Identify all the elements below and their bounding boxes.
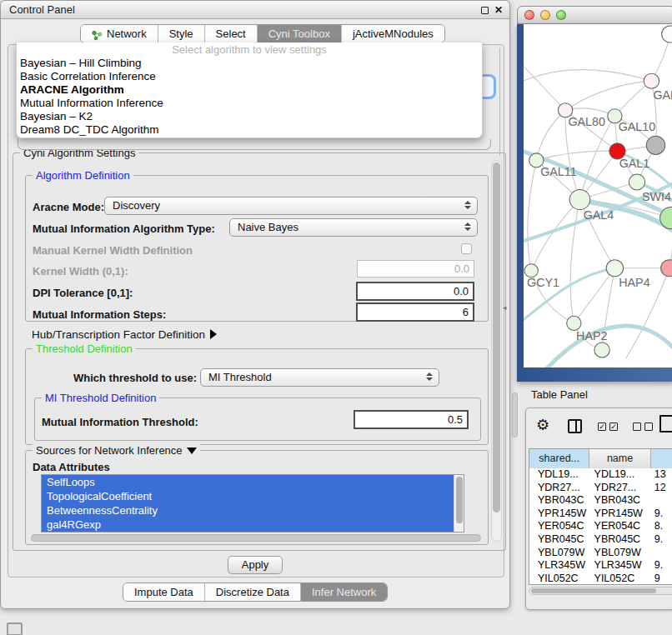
network-node[interactable] [661, 260, 672, 277]
mi-threshold-definition-title: MI Threshold Definition [42, 392, 159, 404]
splitpane-divider-handle[interactable] [512, 392, 518, 438]
algorithm-option-bayesian-hill-climbing[interactable]: Bayesian – Hill Climbing [17, 57, 482, 70]
network-canvas[interactable]: GALGAL80GAL10GAL1GAL11SWI4GAL4GCY1HAP4YH… [524, 24, 672, 368]
network-edge[interactable] [574, 268, 614, 323]
tab-impute-data[interactable]: Impute Data [123, 583, 205, 601]
table-row[interactable]: YBL079WYBL079W [529, 547, 672, 560]
mi-algorithm-type-select[interactable]: Naive Bayes [229, 218, 478, 237]
minimized-panel-icon[interactable] [7, 622, 23, 635]
table-panel-title: Table Panel [531, 388, 588, 401]
attribute-item-betweennesscentrality[interactable]: BetweennessCentrality [42, 503, 454, 518]
tab-label: Network [107, 25, 147, 42]
network-window-titlebar[interactable] [517, 6, 672, 24]
settings-scrollbar[interactable] [491, 160, 502, 542]
network-edge[interactable] [565, 81, 651, 110]
network-edge[interactable] [570, 200, 579, 323]
network-node[interactable] [606, 260, 623, 277]
tab-label: Discretize Data [216, 583, 289, 601]
tab-jactivemnodules[interactable]: jActiveMNodules [342, 25, 444, 42]
network-graph[interactable]: GALGAL80GAL10GAL1GAL11SWI4GAL4GCY1HAP4YH… [524, 24, 672, 368]
dpi-tolerance-input[interactable] [356, 282, 474, 301]
node-label-swi4: SWI4 [642, 190, 671, 203]
algorithm-option-aracne-algorithm[interactable]: ARACNE Algorithm [17, 83, 482, 97]
tab-select[interactable]: Select [205, 25, 258, 42]
mac-minimize-button[interactable] [540, 10, 550, 20]
tab-cyni-toolbox[interactable]: Cyni Toolbox [258, 25, 342, 42]
hidden-combobox-fragment [18, 139, 491, 150]
table-row[interactable]: YLR345WYLR345W9. [529, 559, 672, 572]
mi-threshold-input[interactable] [354, 410, 469, 429]
which-threshold-select[interactable]: MI Threshold [200, 368, 439, 387]
algorithm-definition-title: Algorithm Definition [33, 169, 133, 182]
apply-button[interactable]: Apply [228, 556, 283, 574]
mac-close-button[interactable] [524, 10, 534, 20]
window-title: Control Panel [1, 3, 75, 16]
algorithm-dropdown[interactable]: Select algorithm to view settings Bayesi… [16, 42, 483, 138]
page-icon[interactable] [659, 415, 672, 432]
mac-zoom-button[interactable] [556, 10, 566, 20]
network-node[interactable] [662, 26, 672, 42]
network-node[interactable] [629, 174, 644, 190]
kernel-width-input[interactable] [357, 260, 474, 278]
network-node[interactable] [567, 316, 581, 330]
table-row[interactable]: YBR043CYBR043C [529, 494, 672, 508]
attribute-item-selfloops[interactable]: SelfLoops [42, 475, 454, 489]
tab-label: Cyni Toolbox [268, 25, 330, 42]
table-cell: 9 [651, 572, 672, 585]
network-edge[interactable] [524, 62, 565, 110]
table-body: YDL19...YDL19...13YDR27...YDR27...12YBR0… [529, 468, 672, 585]
algorithm-option-dream8-dc-tdc-algorithm[interactable]: Dream8 DC_TDC Algorithm [17, 123, 482, 137]
table-row[interactable]: YDL19...YDL19...13 [529, 468, 672, 482]
split-panel-icon[interactable] [568, 419, 582, 433]
network-node[interactable] [646, 136, 664, 154]
column-header-name[interactable]: name [589, 449, 650, 468]
tab-label: Select [216, 25, 246, 42]
gear-icon[interactable]: ⚙ [536, 416, 549, 434]
tab-infer-network[interactable]: Infer Network [301, 583, 387, 601]
attribute-item-topologicalcoefficient[interactable]: TopologicalCoefficient [42, 489, 454, 503]
node-label-gal10: GAL10 [619, 120, 656, 133]
table-row[interactable]: YPR145WYPR145W9. [529, 508, 672, 521]
network-edge[interactable] [536, 110, 565, 160]
network-node[interactable] [569, 189, 590, 209]
network-edge[interactable] [524, 70, 651, 83]
mi-steps-input[interactable] [356, 302, 474, 322]
splitpane-collapse-arrow-icon[interactable]: ◂ [503, 303, 507, 312]
unchecked-boxes-icon[interactable] [633, 422, 653, 431]
close-icon[interactable]: ✕ [494, 5, 503, 15]
attribute-item-gal4rgexp[interactable]: gal4RGexp [42, 518, 454, 532]
attributes-horizontal-scrollbar[interactable] [31, 534, 481, 542]
data-attributes-list[interactable]: SelfLoopsTopologicalCoefficientBetweenne… [41, 474, 464, 532]
aracne-mode-select[interactable]: Discovery [104, 197, 478, 215]
column-header-2[interactable] [651, 449, 672, 468]
algorithm-option-basic-correlation-inference[interactable]: Basic Correlation Inference [17, 70, 482, 83]
algorithm-option-mutual-information-inference[interactable]: Mutual Information Inference [17, 97, 482, 110]
manual-kernel-width-checkbox[interactable] [461, 243, 472, 254]
algorithm-option-bayesian-k2[interactable]: Bayesian – K2 [17, 110, 482, 123]
table-cell: YPR145W [529, 508, 590, 521]
column-header-shared[interactable]: shared... [529, 449, 589, 468]
network-node[interactable] [644, 73, 659, 88]
network-node[interactable] [594, 342, 609, 358]
table-row[interactable]: YBR045CYBR045C9. [529, 533, 672, 547]
tab-discretize-data[interactable]: Discretize Data [205, 583, 301, 601]
tab-style[interactable]: Style [158, 25, 205, 42]
attributes-scrollbar[interactable] [454, 475, 464, 532]
table-horizontal-scrollbar[interactable] [529, 587, 672, 595]
control-panel-titlebar[interactable]: Control Panel ✕ [1, 1, 509, 19]
settings-scrollbar-thumb[interactable] [493, 162, 500, 512]
table-row[interactable]: YIL052CYIL052C9 [529, 572, 672, 585]
table-scrollbar-thumb[interactable] [531, 588, 656, 593]
table-row[interactable]: YER054CYER054C8. [529, 520, 672, 533]
table-row[interactable]: YDR27...YDR27...12 [529, 482, 672, 495]
checked-boxes-icon[interactable]: ✓✓ [598, 422, 618, 431]
table-cell: 8. [651, 520, 672, 533]
node-label-gcy1: GCY1 [527, 276, 559, 289]
hub-definition-toggle[interactable]: Hub/Transcription Factor Definition [32, 328, 217, 341]
attributes-scrollbar-thumb[interactable] [456, 477, 463, 523]
network-edge[interactable] [528, 160, 537, 270]
float-window-icon[interactable] [481, 7, 489, 14]
bottom-tab-bar: Impute DataDiscretize DataInfer Network [123, 582, 388, 602]
tab-network[interactable]: Network [81, 25, 158, 42]
sources-group-title[interactable]: Sources for Network Inference [33, 444, 200, 457]
